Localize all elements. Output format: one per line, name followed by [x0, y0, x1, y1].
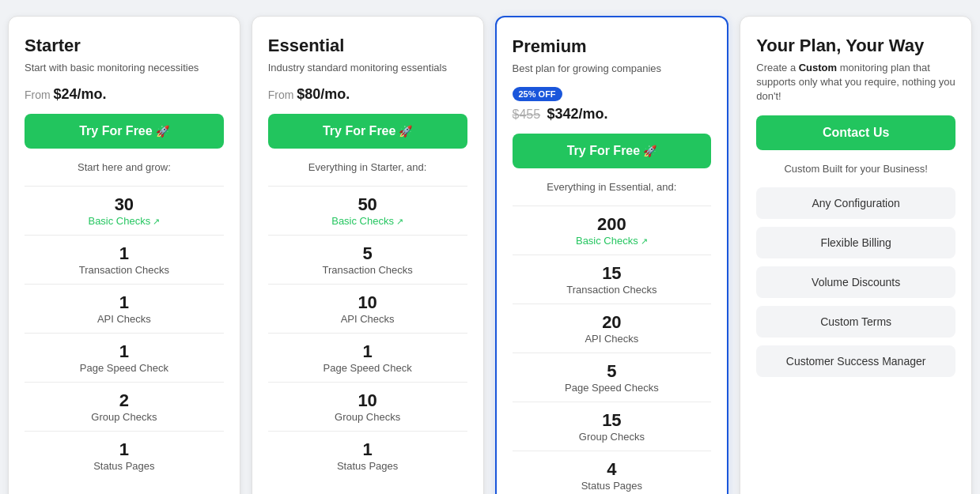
feature-number: 1 — [25, 243, 224, 264]
feature-row: 5 Transaction Checks — [268, 235, 467, 284]
subtitle-highlight: Custom — [799, 62, 837, 74]
feature-row: 200 Basic Checks — [513, 206, 712, 255]
feature-number: 5 — [268, 243, 467, 264]
feature-number: 10 — [268, 390, 467, 411]
feature-label: Page Speed Checks — [513, 382, 712, 394]
section-header: Everything in Essential, and: — [513, 181, 712, 198]
feature-pill: Volume Discounts — [756, 266, 955, 298]
feature-pill: Custom Terms — [756, 306, 955, 338]
feature-row: 1 API Checks — [25, 284, 224, 333]
feature-number: 50 — [268, 194, 467, 215]
feature-pill: Customer Success Manager — [756, 345, 955, 377]
card-custom: Your Plan, Your Way Create a Custom moni… — [740, 16, 972, 494]
card-premium: Premium Best plan for growing companies … — [495, 16, 729, 494]
plan-subtitle: Create a Custom monitoring plan that sup… — [756, 61, 955, 104]
feature-row: 2 Group Checks — [25, 382, 224, 431]
feature-row: 1 Transaction Checks — [25, 235, 224, 284]
feature-row: 10 Group Checks — [268, 382, 467, 431]
feature-label: API Checks — [25, 313, 224, 325]
feature-row: 1 Status Pages — [268, 431, 467, 480]
feature-row: 5 Page Speed Checks — [513, 353, 712, 402]
feature-number: 1 — [268, 439, 467, 460]
cta-button[interactable]: Try For Free — [25, 114, 224, 149]
plan-title: Essential — [268, 36, 467, 56]
feature-label: Group Checks — [268, 411, 467, 423]
plan-title: Premium — [513, 36, 712, 57]
feature-label: Transaction Checks — [25, 264, 224, 276]
feature-label: Transaction Checks — [268, 264, 467, 276]
plan-title: Starter — [25, 36, 224, 56]
cta-button[interactable]: Try For Free — [268, 114, 467, 149]
price-amount: $80/mo. — [297, 86, 350, 102]
feature-number: 15 — [513, 410, 712, 431]
price-strikethrough: $455 — [513, 107, 541, 121]
feature-pill: Flexible Billing — [756, 227, 955, 258]
cta-button[interactable]: Contact Us — [756, 115, 955, 150]
pricing-grid: Starter Start with basic monitoring nece… — [8, 16, 972, 494]
badge-row: 25% OFF — [513, 87, 712, 101]
discount-badge: 25% OFF — [513, 87, 562, 101]
custom-built-text: Custom Built for your Business! — [756, 163, 955, 175]
price-prefix: From — [268, 89, 297, 101]
feature-label: API Checks — [513, 333, 712, 345]
feature-row: 15 Transaction Checks — [513, 255, 712, 304]
feature-row: 30 Basic Checks — [25, 186, 224, 235]
feature-row: 10 API Checks — [268, 284, 467, 333]
feature-label-link[interactable]: Basic Checks — [268, 215, 467, 227]
price-amount: $24/mo. — [54, 86, 107, 102]
feature-label: API Checks — [268, 313, 467, 325]
plan-subtitle: Best plan for growing companies — [513, 62, 712, 76]
feature-row: 4 Status Pages — [513, 451, 712, 494]
feature-number: 1 — [25, 439, 224, 460]
section-header: Start here and grow: — [25, 161, 224, 178]
feature-row: 1 Page Speed Check — [268, 333, 467, 382]
feature-row: 1 Page Speed Check — [25, 333, 224, 382]
feature-pill: Any Configuration — [756, 187, 955, 219]
price-row: From $24/mo. — [25, 86, 224, 103]
price-prefix: From — [25, 89, 54, 101]
feature-number: 4 — [513, 459, 712, 480]
card-essential: Essential Industry standard monitoring e… — [252, 16, 484, 494]
feature-number: 20 — [513, 312, 712, 333]
feature-number: 5 — [513, 361, 712, 382]
feature-label: Page Speed Check — [268, 362, 467, 374]
price-row: $455 $342/mo. — [513, 106, 712, 123]
price-amount: $342/mo. — [547, 106, 608, 122]
feature-row: 15 Group Checks — [513, 402, 712, 451]
price-row: From $80/mo. — [268, 86, 467, 103]
plan-subtitle: Industry standard monitoring essentials — [268, 61, 467, 75]
feature-number: 2 — [25, 390, 224, 411]
feature-label: Group Checks — [513, 431, 712, 443]
feature-label-link[interactable]: Basic Checks — [513, 235, 712, 247]
feature-label: Status Pages — [268, 460, 467, 472]
feature-number: 1 — [25, 341, 224, 362]
feature-row: 1 Status Pages — [25, 431, 224, 480]
feature-number: 1 — [268, 341, 467, 362]
feature-label: Status Pages — [25, 460, 224, 472]
feature-number: 30 — [25, 194, 224, 215]
feature-row: 50 Basic Checks — [268, 186, 467, 235]
feature-number: 1 — [25, 292, 224, 313]
section-header: Everything in Starter, and: — [268, 161, 467, 178]
feature-number: 10 — [268, 292, 467, 313]
feature-number: 200 — [513, 214, 712, 235]
plan-title: Your Plan, Your Way — [756, 36, 955, 56]
feature-label: Page Speed Check — [25, 362, 224, 374]
plan-subtitle: Start with basic monitoring necessities — [25, 61, 224, 75]
feature-label: Transaction Checks — [513, 284, 712, 296]
feature-label: Status Pages — [513, 480, 712, 492]
cta-button[interactable]: Try For Free — [513, 134, 712, 168]
feature-label-link[interactable]: Basic Checks — [25, 215, 224, 227]
feature-label: Group Checks — [25, 411, 224, 423]
feature-row: 20 API Checks — [513, 304, 712, 353]
card-starter: Starter Start with basic monitoring nece… — [8, 16, 240, 494]
feature-number: 15 — [513, 263, 712, 284]
